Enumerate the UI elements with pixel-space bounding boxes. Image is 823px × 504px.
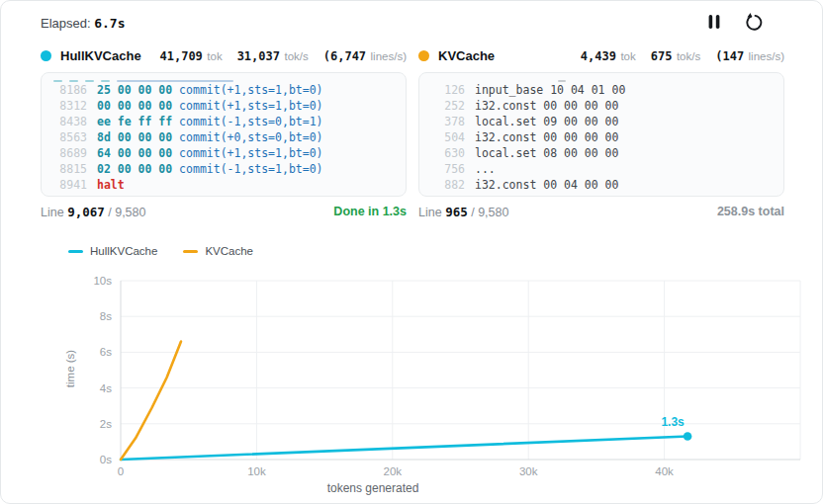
line-position: Line 965 / 9,580	[418, 205, 508, 219]
panel-metrics: 41,709 tok 31,037 tok/s (6,747 lines/s)	[159, 46, 407, 64]
status-badge: Done in 1.3s	[333, 205, 407, 219]
y-tick-label: 10s	[93, 275, 112, 287]
restart-button[interactable]	[741, 9, 767, 35]
benchmark-card: Elapsed: 6.7s HullKVCache 41,709 tok 31	[0, 0, 823, 504]
code-line: 8941halt	[53, 177, 394, 193]
legend-item-hullkvcache[interactable]: HullKVCache	[68, 245, 157, 257]
panel-footer: Line 9,067 / 9,580 Done in 1.3s	[41, 205, 407, 219]
series-color-dot	[418, 50, 429, 61]
code-line: 756...	[431, 161, 772, 177]
code-line: 881502 00 00 00 commit(-1,sts=1,bt=0)	[53, 161, 394, 177]
endpoint-dot	[684, 432, 692, 441]
code-line: 831200 00 00 00 commit(+1,sts=1,bt=0)	[53, 98, 394, 114]
x-axis-title: tokens generated	[41, 481, 784, 495]
pause-button[interactable]	[701, 9, 727, 35]
tokens-metric: 4,439 tok	[581, 46, 636, 64]
code-line: 504i32.const 00 00 00 00	[431, 129, 772, 145]
line-position: Line 9,067 / 9,580	[41, 205, 145, 219]
code-line: 882i32.const 00 04 00 00	[431, 177, 772, 193]
y-tick-label: 8s	[100, 310, 112, 322]
code-line: 630local.set 08 00 00 00	[431, 145, 772, 161]
code-line: 378local.set 09 00 00 00	[431, 114, 772, 129]
code-lines: 126input_base 10 04 01 00252i32.const 00…	[431, 82, 772, 193]
panel-metrics: 4,439 tok 675 tok/s (147 lines/s)	[581, 46, 784, 64]
series-line-HullKVCache	[121, 437, 687, 461]
panel-title: KVCache	[438, 48, 495, 63]
run-controls	[701, 9, 767, 35]
kvcache-panel: KVCache 4,439 tok 675 tok/s (147 lines/s…	[418, 44, 784, 219]
hullkvcache-panel: HullKVCache 41,709 tok 31,037 tok/s (6,7…	[41, 44, 407, 219]
pause-icon	[704, 12, 724, 32]
tokens-per-second-metric: 675 tok/s	[651, 46, 700, 64]
code-line: 85638d 00 00 00 commit(+0,sts=0,bt=0)	[53, 129, 394, 145]
panel-footer: Line 965 / 9,580 258.9s total	[418, 205, 784, 219]
legend-dash	[68, 250, 83, 253]
status-badge: 258.9s total	[717, 205, 784, 219]
lines-per-second-metric: (6,747 lines/s)	[323, 46, 407, 64]
code-line: 818625 00 00 00 commit(+1,sts=1,bt=0)	[53, 82, 394, 98]
y-tick-label: 6s	[100, 346, 112, 358]
series-line-KVCache	[121, 342, 181, 461]
code-line: 126input_base 10 04 01 00	[431, 82, 772, 98]
panel-header: HullKVCache 41,709 tok 31,037 tok/s (6,7…	[41, 44, 407, 66]
panel-header: KVCache 4,439 tok 675 tok/s (147 lines/s…	[418, 44, 784, 66]
legend-item-kvcache[interactable]: KVCache	[183, 245, 253, 257]
code-line: 252i32.const 00 00 00 00	[431, 98, 772, 114]
y-tick-label: 4s	[100, 382, 112, 394]
lines-per-second-metric: (147 lines/s)	[715, 46, 784, 64]
tokens-metric: 41,709 tok	[159, 46, 222, 64]
y-tick-label: 0s	[100, 454, 112, 465]
series-color-dot	[41, 50, 51, 61]
chart-legend: HullKVCache KVCache	[68, 245, 253, 257]
x-tick-label: 30k	[519, 465, 538, 477]
line-chart: 0s2s4s6s8s10s010k20k30k40k1.3s	[41, 260, 804, 481]
panel-title: HullKVCache	[60, 48, 141, 63]
code-lines: 818625 00 00 00 commit(+1,sts=1,bt=0)831…	[53, 82, 394, 193]
elapsed-label: Elapsed:	[41, 16, 91, 31]
x-tick-label: 40k	[655, 465, 674, 477]
code-line: 868964 00 00 00 commit(+1,sts=1,bt=0)	[53, 145, 394, 161]
restart-icon	[744, 12, 764, 32]
panels-row: HullKVCache 41,709 tok 31,037 tok/s (6,7…	[41, 44, 784, 219]
x-tick-label: 10k	[247, 465, 266, 477]
code-line: 8438ee fe ff ff commit(-1,sts=0,bt=1)	[53, 114, 394, 129]
x-tick-label: 20k	[384, 465, 403, 477]
endpoint-label: 1.3s	[661, 415, 685, 429]
y-tick-label: 2s	[100, 418, 112, 430]
tokens-per-second-metric: 31,037 tok/s	[237, 46, 309, 64]
x-tick-label: 0	[118, 465, 124, 477]
elapsed-timer: Elapsed: 6.7s	[41, 16, 126, 31]
code-stream-viewport[interactable]: 126input_base 10 04 01 00252i32.const 00…	[418, 72, 784, 197]
legend-dash	[183, 250, 198, 253]
code-stream-viewport[interactable]: 818625 00 00 00 commit(+1,sts=1,bt=0)831…	[41, 72, 407, 197]
elapsed-value: 6.7s	[94, 16, 125, 31]
